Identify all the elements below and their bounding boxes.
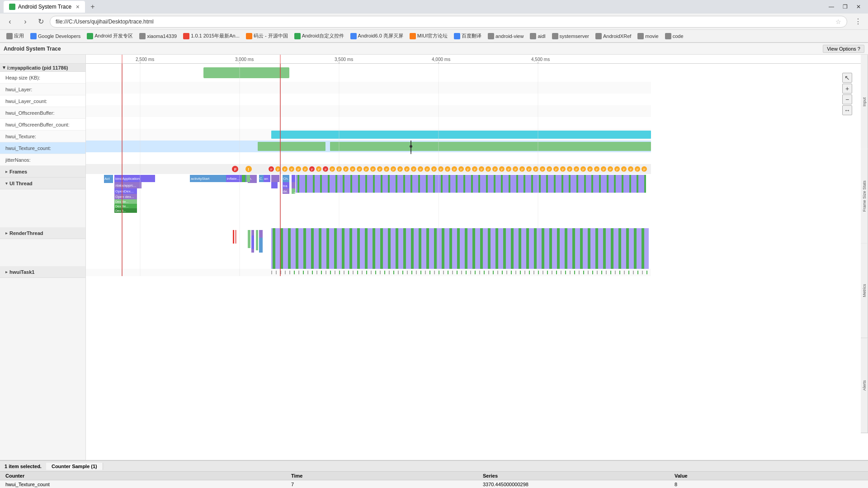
counter-hwui-offscreen-count[interactable]: hwui_OffscreenBuffer_count: bbox=[0, 119, 85, 131]
svg-rect-241 bbox=[273, 228, 275, 269]
svg-rect-17 bbox=[86, 117, 651, 129]
svg-text:3,500 ms: 3,500 ms bbox=[335, 57, 353, 62]
counter-hwui-texture[interactable]: hwui_Texture: bbox=[0, 131, 85, 142]
bookmark-androidxref[interactable]: AndroidXRef bbox=[593, 32, 634, 40]
svg-rect-364 bbox=[601, 271, 602, 274]
back-button[interactable]: ‹ bbox=[4, 15, 16, 28]
bookmark-android-custom[interactable]: Android自定义控件 bbox=[292, 32, 347, 40]
svg-text:F: F bbox=[596, 168, 598, 172]
table-row[interactable]: hwui_Texture_count 7 3370.445000000298 8 bbox=[0, 480, 868, 488]
tab-close-button[interactable]: × bbox=[76, 3, 80, 10]
ui-thread-label: UI Thread bbox=[9, 181, 33, 186]
col-header-series: Series bbox=[481, 473, 673, 479]
svg-text:Dex fi...: Dex fi... bbox=[115, 209, 126, 212]
metrics-side-label[interactable]: Metrics bbox=[861, 244, 868, 338]
svg-rect-258 bbox=[403, 228, 406, 269]
counter-hwui-offscreen[interactable]: hwui_OffscreenBuffer: bbox=[0, 107, 85, 119]
svg-rect-243 bbox=[288, 228, 291, 269]
svg-rect-275 bbox=[534, 228, 537, 269]
svg-rect-15 bbox=[86, 94, 651, 105]
svg-rect-13 bbox=[203, 67, 289, 78]
svg-text:F: F bbox=[284, 168, 286, 172]
bookmark-aidl[interactable]: aidl bbox=[527, 32, 548, 40]
tab-favicon bbox=[9, 4, 15, 10]
counter-jitter-nanos[interactable]: jitterNanos: bbox=[0, 154, 85, 166]
fit-button[interactable]: ↔ bbox=[842, 105, 852, 115]
svg-rect-323 bbox=[416, 271, 417, 274]
browser-tab[interactable]: Android System Trace × bbox=[4, 1, 85, 13]
svg-rect-270 bbox=[495, 228, 498, 269]
cursor-tool-button[interactable]: ↖ bbox=[842, 73, 852, 83]
svg-point-383 bbox=[410, 145, 412, 148]
svg-rect-227 bbox=[629, 175, 631, 193]
svg-rect-172 bbox=[271, 182, 278, 188]
hwui-task1-header[interactable]: ▸ hwuiTask1 bbox=[0, 266, 85, 278]
svg-text:4,000 ms: 4,000 ms bbox=[432, 57, 450, 62]
svg-text:F: F bbox=[501, 168, 503, 172]
svg-rect-216 bbox=[546, 175, 548, 193]
svg-rect-196 bbox=[396, 175, 397, 193]
xiaoma-icon bbox=[139, 33, 146, 39]
svg-rect-299 bbox=[307, 271, 308, 274]
svg-rect-295 bbox=[289, 271, 290, 274]
zoom-out-button[interactable]: − bbox=[842, 94, 852, 104]
process-header[interactable]: ▾ i:myapplicatio (pid 11786) bbox=[0, 64, 85, 72]
ui-thread-header[interactable]: ▾ UI Thread bbox=[0, 178, 85, 189]
app-area: Android System Trace View Options ? ▾ i:… bbox=[0, 43, 868, 488]
svg-rect-249 bbox=[334, 228, 337, 269]
svg-text:F: F bbox=[345, 168, 347, 172]
bookmark-xiaoma[interactable]: xiaoma14339 bbox=[137, 32, 179, 40]
google-dev-icon bbox=[30, 33, 37, 39]
counter-heap-size[interactable]: Heap size (KB): bbox=[0, 72, 85, 84]
svg-rect-311 bbox=[362, 271, 363, 274]
view-options-button[interactable]: View Options ? bbox=[823, 45, 864, 53]
alerts-side-label[interactable]: Alerts bbox=[861, 338, 868, 433]
right-side-labels: Input Frame Size Stats Metrics Alerts bbox=[861, 55, 868, 433]
svg-rect-194 bbox=[381, 175, 382, 193]
code-icon bbox=[665, 33, 671, 39]
address-bar[interactable]: file:///C:/Users/qujihai/Desktop/trace.h… bbox=[50, 16, 847, 28]
bookmark-systemserver[interactable]: systemserver bbox=[549, 32, 592, 40]
bookmark-android6[interactable]: Android6.0 亮屏灭屏 bbox=[348, 32, 406, 40]
trace-content[interactable]: F ! F F F F F F F F F F F F bbox=[86, 64, 868, 460]
bookmark-movie[interactable]: movie bbox=[635, 32, 661, 40]
reload-button[interactable]: ↻ bbox=[34, 15, 47, 28]
close-button[interactable]: ✕ bbox=[853, 1, 864, 13]
counter-hwui-texture-count[interactable]: hwui_Texture_count: bbox=[0, 142, 85, 154]
bookmark-muyun[interactable]: 码云 - 开源中国 bbox=[243, 32, 291, 40]
bookmark-star-icon[interactable]: ☆ bbox=[835, 18, 841, 25]
bookmark-android-dev[interactable]: Android 开发专区 bbox=[84, 32, 136, 40]
bookmark-1.0.1[interactable]: 1.0.1 2015年最新An... bbox=[180, 32, 242, 40]
bookmark-miui[interactable]: MIUI官方论坛 bbox=[407, 32, 450, 40]
counter-sample-tab[interactable]: Counter Sample (1) bbox=[46, 463, 103, 470]
new-tab-button[interactable]: + bbox=[87, 1, 99, 13]
svg-rect-373 bbox=[642, 271, 643, 274]
bookmark-android-view[interactable]: android-view bbox=[485, 32, 526, 40]
forward-button[interactable]: › bbox=[19, 15, 32, 28]
bookmark-baidu[interactable]: 百度翻译 bbox=[451, 32, 484, 40]
counter-hwui-layer-count[interactable]: hwui_Layer_count: bbox=[0, 95, 85, 107]
input-side-label[interactable]: Input bbox=[861, 55, 868, 149]
svg-rect-189 bbox=[343, 175, 344, 193]
svg-rect-276 bbox=[542, 228, 544, 269]
svg-rect-316 bbox=[384, 271, 385, 274]
svg-text:F: F bbox=[562, 168, 564, 172]
minimize-button[interactable]: — bbox=[826, 1, 837, 13]
svg-rect-205 bbox=[463, 175, 465, 193]
svg-rect-309 bbox=[353, 271, 354, 274]
svg-rect-326 bbox=[429, 271, 430, 274]
svg-rect-315 bbox=[380, 271, 381, 274]
render-thread-header[interactable]: ▸ RenderThread bbox=[0, 227, 85, 239]
extensions-button[interactable]: ⋮ bbox=[852, 15, 864, 28]
restore-button[interactable]: ❐ bbox=[839, 1, 851, 13]
svg-rect-265 bbox=[457, 228, 460, 269]
svg-rect-366 bbox=[610, 271, 611, 274]
bookmark-apps[interactable]: 应用 bbox=[4, 32, 27, 40]
counter-hwui-layer[interactable]: hwui_Layer: bbox=[0, 84, 85, 95]
bookmark-google-dev[interactable]: Google Developers bbox=[28, 32, 83, 40]
zoom-in-button[interactable]: + bbox=[842, 84, 852, 94]
frames-thread-header[interactable]: ▸ Frames bbox=[0, 166, 85, 178]
bookmark-code[interactable]: code bbox=[662, 32, 686, 40]
svg-rect-287 bbox=[626, 228, 629, 269]
frame-size-stats-side-label[interactable]: Frame Size Stats bbox=[861, 149, 868, 244]
